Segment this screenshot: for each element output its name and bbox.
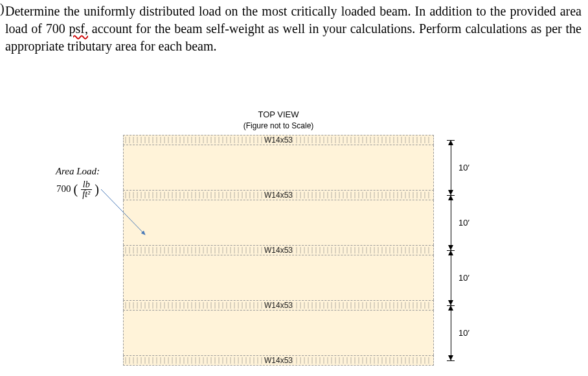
beam-label: W14x53 <box>263 135 294 145</box>
area-load-title: Area Load: <box>39 166 117 177</box>
dim-line <box>451 250 451 305</box>
beam-5: W14x53 <box>123 355 434 366</box>
close-paren: ) <box>95 183 99 196</box>
figure-region: TOP VIEW (Figure not to Scale) W14x53 W1… <box>0 109 588 132</box>
area-load-unit-fraction: lb ft² <box>80 180 92 199</box>
question-part2: account for the beam self-weight as well… <box>5 21 582 53</box>
leader-line <box>101 189 148 237</box>
deck-panel <box>123 200 434 245</box>
dimension-label: 10′ <box>458 163 469 172</box>
beam-4: W14x53 <box>123 300 434 311</box>
arrow-down-icon <box>448 245 453 250</box>
figure-title-line1: TOP VIEW <box>123 109 434 121</box>
beam-3: W14x53 <box>123 245 434 255</box>
deck-panel <box>123 255 434 300</box>
deck-panel <box>123 145 434 190</box>
question-marker: ) <box>0 1 5 16</box>
beam-label: W14x53 <box>263 301 294 310</box>
beam-label: W14x53 <box>263 356 294 365</box>
svg-line-0 <box>101 189 145 235</box>
beam-label: W14x53 <box>263 246 294 255</box>
dimension-label: 10′ <box>458 273 469 283</box>
beam-2: W14x53 <box>123 190 434 200</box>
dim-line <box>451 195 451 250</box>
top-view-diagram: W14x53 W14x53 W14x53 W14x53 W14x53 <box>123 135 434 368</box>
deck-panel <box>123 311 434 355</box>
dim-tick <box>447 360 455 361</box>
figure-title: TOP VIEW (Figure not to Scale) <box>123 109 434 132</box>
arrow-down-icon <box>448 190 453 195</box>
open-paren: ( <box>74 183 78 196</box>
area-load-value: 700 <box>56 183 71 194</box>
figure-title-line2: (Figure not to Scale) <box>123 121 434 132</box>
arrow-down-icon <box>448 355 453 360</box>
dimension-label: 10′ <box>458 218 469 228</box>
typo-word: psf, <box>69 21 88 36</box>
question-text: Determine the uniformly distributed load… <box>0 0 588 60</box>
dimension-column: 10′ 10′ 10′ 10′ <box>440 135 479 368</box>
arrow-down-icon <box>448 300 453 305</box>
unit-numerator: lb <box>81 180 92 190</box>
dim-line <box>451 305 451 360</box>
dimension-label: 10′ <box>458 328 469 338</box>
dim-line <box>451 140 451 195</box>
unit-denominator: ft² <box>80 190 92 199</box>
beam-1: W14x53 <box>123 135 434 145</box>
beam-label: W14x53 <box>263 191 294 200</box>
